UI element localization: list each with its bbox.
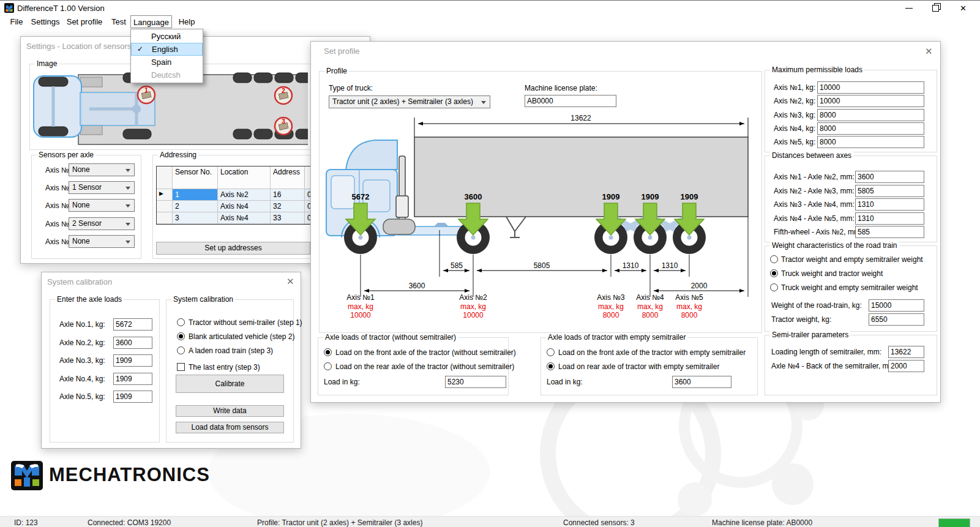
menu-settings[interactable]: Settings [28, 15, 62, 28]
close-icon[interactable]: ✕ [286, 277, 294, 286]
load-no-semi-input[interactable] [445, 376, 506, 388]
chevron-down-icon [125, 223, 130, 226]
app-titlebar: DifferenceT 1.00 Version ✕ [0, 1, 980, 15]
cell-location[interactable]: Axis №4 [218, 201, 271, 212]
max-axis4-input[interactable] [817, 122, 924, 135]
max-axis1-input[interactable] [817, 81, 924, 94]
set-up-addresses-button[interactable]: Set up addresses [156, 242, 310, 255]
axis3-sensor-combo[interactable]: None [69, 199, 135, 212]
license-plate-input[interactable] [525, 95, 616, 107]
max-permissible-loads-group: Maximum permissible loads Axis №1, kg: A… [765, 70, 937, 152]
radio-truck-empty-semi-weight[interactable] [770, 283, 778, 291]
menu-item-russian[interactable]: Русский [131, 30, 203, 43]
tractor-cab-top [34, 76, 81, 137]
radio-step3[interactable] [177, 346, 185, 354]
cell-address[interactable]: 32 [271, 201, 305, 212]
landing-gear [506, 217, 526, 237]
radio-rear-axle-no-semi[interactable] [324, 362, 332, 370]
max-axis3-input[interactable] [817, 109, 924, 121]
cell-sensor-no[interactable]: 3 [173, 212, 218, 224]
dist1-input[interactable] [855, 171, 924, 183]
radio-rear-axle-no-semi-label: Load on the rear axle of the tractor (wi… [335, 362, 514, 371]
row-marker [157, 212, 173, 224]
max-axis2-input[interactable] [817, 95, 924, 107]
loading-length-input[interactable] [888, 346, 924, 358]
write-data-button[interactable]: Write data [176, 405, 284, 417]
road-train-weight-input[interactable] [869, 299, 924, 312]
tractor-empty-semi-group: Axle loads of tractor with empty semitra… [540, 337, 758, 395]
radio-front-axle-empty-semi[interactable] [547, 348, 555, 356]
axle1-load-input[interactable] [113, 318, 152, 331]
chevron-down-icon [481, 101, 486, 104]
restore-button[interactable] [926, 1, 946, 15]
road-train-weight-label: Weight of the road-train, kg: [771, 301, 862, 310]
axis1-sensor-combo[interactable]: None [69, 163, 135, 176]
axis5-name: Axis №5 [665, 293, 714, 302]
axle3-load-input[interactable] [113, 354, 152, 367]
menu-file[interactable]: File [6, 15, 27, 28]
dim-585-label: 585 [435, 261, 478, 270]
menu-help[interactable]: Help [175, 15, 198, 28]
load-data-button[interactable]: Load data from sensors [176, 422, 284, 433]
menu-set-profile[interactable]: Set profile [63, 15, 106, 28]
cell-address[interactable]: 16 [271, 189, 305, 201]
loading-length-label: Loading length of semitrailer, mm: [771, 348, 881, 356]
radio-tractor-empty-semi-weight[interactable] [770, 255, 778, 263]
axle1-load-value: 5672 [336, 192, 385, 201]
last-entry-checkbox[interactable] [177, 363, 185, 371]
sensor-3-number: 3 [280, 118, 287, 125]
dist2-input[interactable] [855, 185, 924, 197]
dist3-input[interactable] [855, 198, 924, 211]
mechatronics-logo-icon [11, 461, 43, 490]
axle2-load-input[interactable] [113, 337, 152, 349]
fifth-wheel [434, 223, 449, 226]
dist4-input[interactable] [855, 212, 924, 225]
radio-rear-axle-empty-semi[interactable] [547, 362, 555, 370]
menu-item-spain[interactable]: Spain [131, 56, 203, 69]
type-of-truck-combo[interactable]: Tractor unit (2 axles) + Semitrailer (3 … [329, 95, 490, 108]
axle4-load-label: Axle No.4, kg: [59, 375, 105, 383]
weight-characteristics-group: Weight characteristics of the road train… [765, 245, 937, 332]
axle4-back-input[interactable] [888, 360, 924, 372]
menu-language[interactable]: Language [130, 15, 172, 28]
tractor-weight-input[interactable] [869, 313, 924, 326]
radio-step3-label: A laden road train (step 3) [189, 346, 273, 355]
max-axis5-input[interactable] [817, 136, 924, 148]
addressing-table[interactable]: Sensor No. Location Address ▶ 1 Axis №2 … [156, 166, 327, 225]
axis4-sensor-combo[interactable]: 2 Sensor [69, 217, 135, 230]
load-empty-semi-input[interactable] [672, 376, 731, 388]
menu-test[interactable]: Test [108, 15, 130, 28]
close-button[interactable]: ✕ [953, 1, 974, 15]
axis2-sensor-combo[interactable]: 1 Sensor [69, 181, 135, 194]
status-id: ID: 123 [14, 518, 38, 527]
checkmark-icon: ✓ [137, 43, 143, 55]
close-icon[interactable]: ✕ [925, 47, 933, 56]
axle4-load-input[interactable] [113, 373, 152, 385]
close-icon: ✕ [960, 4, 967, 13]
menu-item-deutcsh[interactable]: Deutcsh [131, 69, 203, 81]
mechatronics-logo-text: MECHATRONICS [49, 464, 210, 486]
dim-13622-label: 13622 [550, 114, 612, 122]
axle5-load-input[interactable] [113, 391, 152, 403]
radio-truck-tractor-weight[interactable] [770, 269, 778, 277]
load-in-kg-label: Load in kg: [324, 378, 360, 386]
table-corner-cell [157, 166, 173, 189]
radio-step2[interactable] [177, 332, 185, 340]
menu-item-english[interactable]: ✓ English [131, 43, 203, 56]
radio-front-axle-no-semi[interactable] [324, 348, 332, 356]
axis5-sensor-combo[interactable]: None [69, 235, 135, 248]
calibrate-button[interactable]: Calibrate [176, 375, 284, 393]
menu-bar: File Settings Set profile Test Language … [0, 15, 980, 29]
dist5-input[interactable] [855, 226, 924, 238]
axis1-max-value: 10000 [336, 311, 385, 320]
radio-step1[interactable] [177, 318, 185, 326]
cell-location[interactable]: Axis №2 [218, 189, 271, 201]
max-axis5-label: Axis №5, kg: [774, 138, 815, 146]
addressing-group: Addressing Sensor No. Location Address ▶… [152, 155, 331, 259]
cell-location[interactable]: Axis №4 [218, 212, 271, 224]
minimize-button[interactable] [899, 1, 919, 15]
cell-sensor-no[interactable]: 2 [173, 201, 218, 212]
cell-address[interactable]: 33 [271, 212, 305, 224]
cell-sensor-no[interactable]: 1 [173, 189, 218, 201]
row-marker: ▶ [157, 189, 173, 201]
